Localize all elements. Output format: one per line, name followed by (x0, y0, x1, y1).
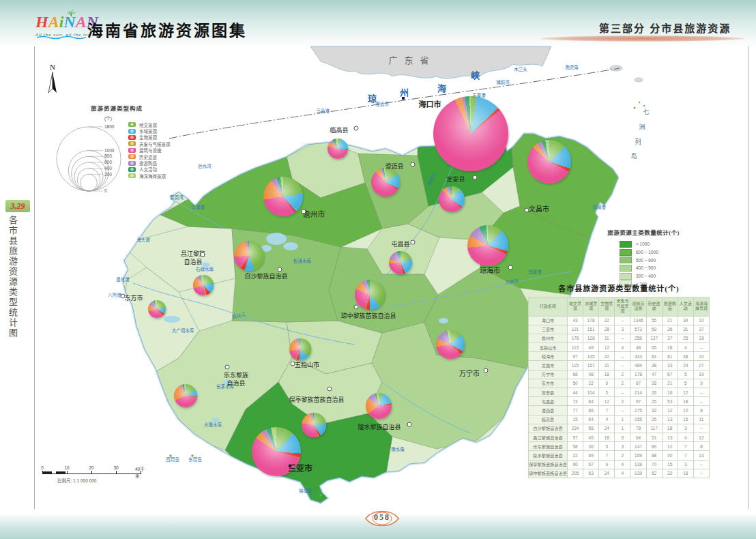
table-cell-value: 28 (599, 325, 615, 334)
offshore-islet (635, 78, 643, 82)
table-cell-value: 8 (693, 406, 709, 415)
table-cell-value: 18 (599, 433, 615, 441)
table-cell-value: 78 (630, 424, 646, 433)
pie-size-scale: (个)180010008006004002000 (51, 111, 128, 196)
table-cell-value: 2 (615, 370, 630, 379)
table-cell-name: 临高县 (529, 415, 568, 424)
legend-swatch (128, 167, 136, 172)
svg-text:200: 200 (104, 172, 112, 177)
table-cell-value: 13 (693, 451, 709, 460)
table-cell-value: 33 (662, 361, 678, 370)
table-cell-value: 40 (662, 451, 678, 460)
legend-density-label: 400 ~ 500 (636, 265, 656, 270)
table-cell-value: 59 (646, 325, 662, 334)
table-cell-value: 15 (568, 415, 583, 424)
svg-text:800: 800 (104, 154, 112, 158)
page-number-badge: 058 (364, 508, 400, 529)
table-row: 临高县15644115525131511 (529, 415, 710, 424)
scale-tick-label: 10 (64, 465, 69, 470)
legend-type-item: 地文景观 (128, 121, 171, 128)
table-header-cell: 建筑与设施 (630, 297, 646, 317)
table-cell-value: 70 (646, 460, 662, 469)
scale-bar: 010203040千米 比例尺: 1:1 000 000 (42, 465, 151, 484)
table-cell-value: 63 (583, 469, 599, 478)
table-cell-value: – (693, 460, 709, 469)
table-cell-value: 104 (583, 388, 599, 397)
table-cell-value: 25 (678, 334, 693, 343)
table-cell-value: 7 (599, 451, 615, 460)
legend-swatch (128, 135, 136, 140)
table-cell-name: 屯昌县 (529, 397, 568, 406)
table-cell-value: 115 (568, 361, 583, 370)
table-cell-value: 64 (630, 433, 646, 441)
table-cell-value: 45 (583, 433, 599, 441)
table-cell-value: 48 (630, 343, 646, 352)
north-arrow-icon (44, 71, 61, 94)
table-cell-value: – (615, 361, 630, 370)
table-cell-value: 88 (646, 451, 662, 460)
table-header-cell: 旅游购品 (662, 297, 678, 317)
table-cell-value: 19 (693, 370, 709, 379)
table-cell-value: 9 (693, 379, 709, 388)
table-cell-value: 178 (630, 370, 646, 379)
table-cell-value: 37 (662, 334, 678, 343)
table-cell-value: 343 (630, 352, 646, 361)
legend-swatch (128, 154, 136, 159)
legend-type-item: 生物景观 (128, 134, 171, 141)
table-cell-value: – (693, 397, 709, 406)
table-cell-value: 97 (630, 397, 646, 406)
table-cell-value: 151 (583, 325, 599, 334)
table-cell-name: 东方市 (529, 379, 568, 388)
table-row: 保亭黎族苗族自治县90679412870153– (529, 460, 710, 469)
table-cell-value: 50 (568, 379, 583, 388)
legend-swatch (620, 249, 632, 256)
table-cell-value: 12 (599, 343, 615, 352)
table-cell-value: 3 (678, 460, 693, 469)
table-cell-value: 89 (646, 442, 662, 451)
table-cell-value: 34 (678, 316, 693, 325)
table-cell-name: 万宁市 (529, 370, 568, 379)
table-row: 三亚市12115128357359363137 (529, 325, 710, 334)
table-cell-value: 1 (615, 415, 630, 424)
legend-swatch (620, 241, 632, 248)
table-cell-value: 275 (630, 406, 646, 415)
table-cell-value: 7 (678, 451, 693, 460)
table-cell-value: 21 (599, 361, 615, 370)
scale-tick-label: 20 (89, 465, 93, 470)
table-cell-value: 9 (599, 379, 615, 388)
table-cell-value: 37 (693, 325, 709, 334)
legend-swatch (128, 173, 136, 178)
table-cell-name: 琼海市 (529, 352, 568, 361)
table-cell-value: 5 (615, 433, 630, 441)
svg-text:1000: 1000 (104, 148, 115, 153)
table-row: 陵水黎族自治县2269721698840713 (529, 451, 710, 460)
table-cell-value: 49 (583, 343, 599, 352)
table-cell-name: 乐东黎族自治县 (529, 442, 568, 451)
table-header-cell: 人文活动 (678, 297, 693, 317)
table-cell-value: 86 (583, 406, 599, 415)
svg-text:600: 600 (104, 160, 112, 164)
table-cell-value: 84 (583, 397, 599, 406)
table-row: 琼海市9714522–34381814810 (529, 352, 710, 361)
table-cell-value: 11 (693, 415, 709, 424)
guangdong-landmass (310, 46, 551, 78)
table-row: 白沙黎族自治县2345824178117183– (529, 424, 710, 433)
table-header-cell: 历史遗迹 (646, 297, 662, 317)
table-cell-value: 22 (583, 379, 599, 388)
table-cell-value: – (615, 352, 630, 361)
legend-types-items: 地文景观水域景观生物景观天象与气候景观建筑与设施历史遗迹旅游购品人文活动海洋海岸… (128, 121, 171, 179)
table-cell-value: 67 (630, 379, 646, 388)
table-cell-value: 137 (646, 334, 662, 343)
table-cell-value: 15 (662, 460, 678, 469)
table-cell-value: 57 (568, 433, 583, 441)
table-cell-value: 128 (583, 334, 599, 343)
strait-boundary-line (169, 68, 620, 139)
table-cell-value: 1 (615, 424, 630, 433)
legend-type-label: 海洋海岸景观 (139, 173, 166, 179)
table-header-cell: 地文景观 (568, 297, 583, 317)
table-cell-value: – (693, 469, 709, 478)
table-cell-value: – (693, 424, 709, 433)
table-cell-value: 5 (599, 388, 615, 397)
legend-density-item: 600 ~ 1000 (620, 248, 695, 257)
table-cell-value: 258 (630, 334, 646, 343)
